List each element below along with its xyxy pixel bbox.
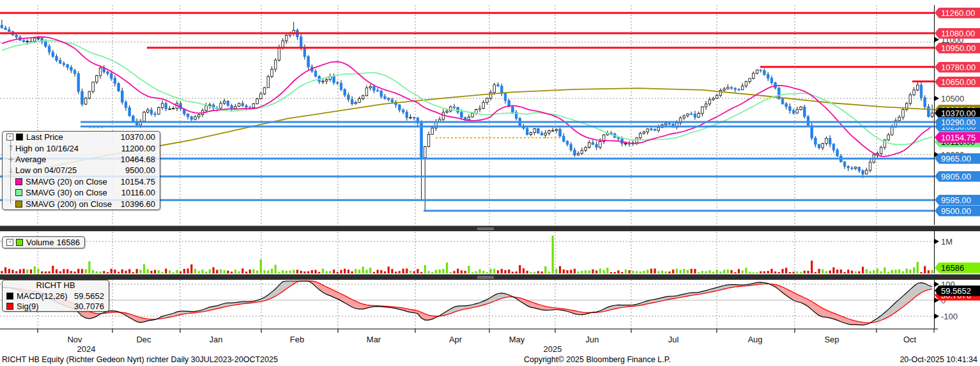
volume-bar	[475, 271, 477, 274]
volume-bar	[606, 268, 608, 273]
volume-bar	[552, 236, 554, 273]
candle-down	[340, 83, 342, 89]
volume-bar	[143, 264, 145, 273]
axis-flag-16586: 16586	[935, 263, 980, 273]
smavg20-value: 10154.75	[121, 177, 155, 187]
candle-up	[194, 117, 197, 119]
candle-up	[238, 103, 240, 107]
expand-icon[interactable]: +	[6, 239, 13, 246]
candle-up	[585, 148, 587, 151]
volume-bar	[307, 271, 309, 273]
candle-up	[599, 142, 602, 148]
volume-bar	[439, 270, 441, 273]
volume-bar	[241, 268, 243, 273]
volume-bar	[234, 270, 236, 273]
volume-bar	[756, 272, 758, 273]
volume-bar	[114, 270, 116, 273]
volume-bar	[107, 272, 109, 273]
volume-bar	[544, 266, 546, 273]
panel-separator[interactable]	[0, 275, 980, 280]
volume-bar	[293, 270, 295, 273]
volume-bar	[471, 272, 473, 273]
price-axis-flags: 10396.6010250.0010116.0030.707611260.001…	[934, 0, 980, 366]
macd-legend[interactable]: RICHT HB MACD(12,26) 59.5652 Sig(9) 30.7…	[2, 280, 109, 312]
volume-bar	[88, 261, 90, 273]
axis-flag-9595.00: 9595.00	[935, 195, 980, 206]
volume-bar	[176, 270, 178, 273]
expand-icon[interactable]: +	[6, 133, 13, 141]
volume-bar	[723, 270, 725, 273]
candle-up	[544, 133, 547, 135]
candle-up	[355, 103, 357, 104]
volume-bar	[30, 270, 32, 273]
average-marker-icon: ✛	[6, 156, 15, 163]
volume-bar	[730, 270, 732, 273]
volume-bar	[395, 271, 397, 273]
panel-separator[interactable]	[0, 226, 980, 232]
candle-up	[749, 79, 751, 82]
volume-bar	[563, 270, 565, 273]
candle-down	[497, 85, 500, 86]
candle-up	[533, 128, 536, 132]
volume-bar	[621, 272, 623, 273]
volume-bar	[906, 269, 908, 274]
volume-bar	[931, 270, 933, 273]
volume-bar	[599, 269, 601, 274]
candle-down	[45, 42, 47, 46]
separator-grip	[477, 278, 494, 278]
candle-down	[512, 107, 514, 112]
volume-bar	[4, 267, 6, 273]
volume-bar	[760, 271, 762, 273]
candle-down	[59, 61, 61, 64]
candle-up	[84, 98, 87, 104]
candle-down	[22, 40, 25, 42]
volume-bar	[519, 265, 521, 273]
volume-bar	[796, 271, 798, 273]
candle-down	[928, 107, 930, 116]
candle-up	[99, 68, 102, 75]
candle-down	[30, 41, 33, 42]
volume-bar	[753, 272, 754, 273]
volume-bar	[337, 272, 339, 273]
candle-up	[431, 128, 434, 135]
candle-down	[8, 29, 11, 31]
volume-bar	[74, 271, 76, 273]
volume-bar	[866, 270, 868, 274]
candle-down	[566, 141, 569, 144]
month-label-Apr: Apr	[436, 335, 475, 344]
candle-down	[81, 91, 84, 104]
volume-bar	[789, 272, 791, 273]
candle-down	[15, 35, 18, 37]
month-label-Mar: Mar	[355, 335, 393, 344]
candle-down	[734, 88, 737, 89]
volume-bar	[453, 271, 455, 273]
candle-down	[457, 107, 459, 112]
candle-up	[479, 109, 481, 110]
candle-up	[410, 118, 412, 118]
candle-up	[657, 128, 660, 131]
candle-down	[4, 28, 7, 29]
volume-bar	[749, 272, 751, 273]
candle-up	[282, 41, 284, 48]
volume-bar	[136, 269, 138, 273]
candle-down	[453, 107, 456, 107]
legend-row-high: T High on 10/16/24 11200.00	[3, 142, 160, 153]
volume-bar	[303, 271, 305, 273]
candle-down	[501, 86, 503, 93]
candle-down	[770, 78, 773, 82]
candle-down	[920, 85, 923, 98]
volume-bar	[632, 271, 634, 273]
candle-up	[712, 98, 715, 100]
volume-bar	[37, 269, 39, 273]
candle-down	[121, 91, 124, 102]
price-legend[interactable]: + Last Price 10370.00 T High on 10/16/24…	[2, 131, 160, 210]
volume-legend[interactable]: + Volume 16586	[2, 236, 85, 248]
signal-line	[2, 281, 932, 323]
volume-bar	[683, 269, 685, 273]
candle-up	[220, 103, 222, 109]
volume-bar	[705, 271, 707, 273]
volume-bar	[406, 268, 408, 273]
volume-bar	[275, 265, 277, 273]
candle-down	[781, 99, 784, 104]
volume-bar	[103, 271, 105, 273]
